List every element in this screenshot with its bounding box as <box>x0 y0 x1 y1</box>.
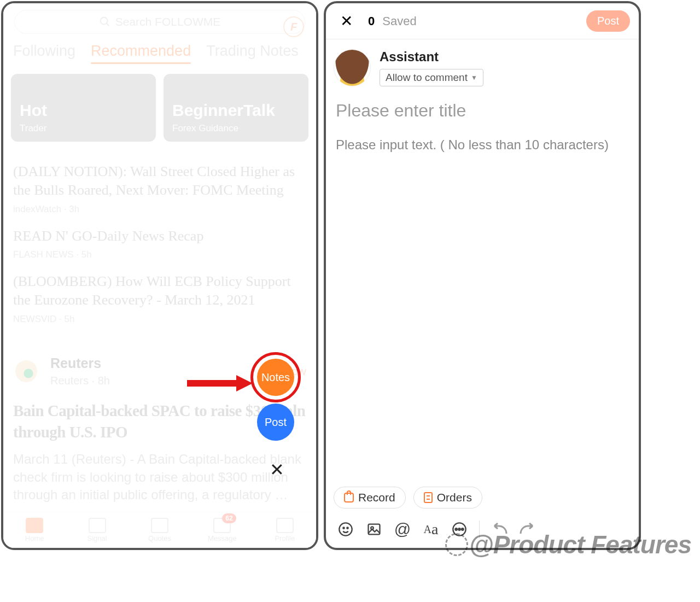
trophy-icon <box>344 493 354 502</box>
svg-point-6 <box>347 528 348 529</box>
orders-pill[interactable]: Orders <box>413 487 482 509</box>
card-beg-title: BeginnerTalk <box>172 101 300 120</box>
more-icon[interactable] <box>445 516 474 542</box>
tab-following[interactable]: Following <box>13 43 75 60</box>
body-input[interactable]: Please input text. ( No less than 10 cha… <box>336 137 629 153</box>
coin-icon[interactable]: F <box>283 16 304 37</box>
annotation-circle <box>250 352 301 402</box>
feed-item-meta: FLASH NEWS · 5h <box>13 249 306 260</box>
card-beg-sub: Forex Guidance <box>172 123 300 134</box>
tab-trading-notes[interactable]: Trading Notes <box>206 43 299 60</box>
nav-home[interactable]: Home <box>3 512 66 548</box>
nav-signal[interactable]: Signal <box>66 512 128 548</box>
nav-profile[interactable]: Profile <box>254 512 316 548</box>
feed-item-title[interactable]: (BLOOMBERG) How Will ECB Policy Support … <box>13 272 306 309</box>
feed-tabs: Following Recommended Trading Notes <box>3 39 316 60</box>
quotes-icon <box>151 518 168 533</box>
close-icon[interactable]: ✕ <box>335 9 358 33</box>
font-icon[interactable]: Aa <box>417 516 445 542</box>
profile-icon <box>276 518 294 533</box>
card-hot-title: Hot <box>20 101 147 120</box>
svg-point-10 <box>455 528 457 530</box>
tab-recommended[interactable]: Recommended <box>91 43 191 60</box>
svg-point-11 <box>458 528 460 530</box>
comment-permission-select[interactable]: Allow to comment ▼ <box>380 69 483 86</box>
divider <box>479 521 480 538</box>
article-body: March 11 (Reuters) - A Bain Capital-back… <box>13 451 306 504</box>
message-badge: 62 <box>222 513 236 523</box>
chevron-down-icon: ▼ <box>471 74 477 81</box>
card-beginnertalk[interactable]: BeginnerTalk Forex Guidance <box>164 74 308 142</box>
feed-item-meta: indexWatch · 3h <box>13 204 306 215</box>
orders-icon <box>424 492 433 503</box>
svg-point-0 <box>100 17 107 25</box>
annotation-arrow <box>187 375 253 391</box>
svg-marker-3 <box>236 375 253 391</box>
avatar <box>334 49 371 86</box>
left-phone-frame: Search FOLLOWME F Following Recommended … <box>1 1 318 550</box>
author-name: Assistant <box>380 49 483 65</box>
fab-post[interactable]: Post <box>257 404 294 441</box>
home-icon <box>26 518 43 533</box>
attachment-pills: Record Orders <box>334 487 482 509</box>
title-input[interactable]: Please enter title <box>336 101 629 121</box>
comment-permission-label: Allow to comment <box>386 72 468 84</box>
mention-icon[interactable]: @ <box>388 516 417 542</box>
nav-message[interactable]: Message 62 <box>191 512 253 548</box>
svg-point-4 <box>339 523 352 535</box>
saved-label: Saved <box>382 14 416 28</box>
nav-quotes[interactable]: Quotes <box>129 512 191 548</box>
card-hot[interactable]: Hot Trader <box>11 74 156 142</box>
image-icon[interactable] <box>360 516 388 542</box>
card-hot-sub: Trader <box>20 123 147 134</box>
fab-close-icon[interactable]: ✕ <box>270 459 284 480</box>
author-meta: Reuters · 8h <box>50 375 110 387</box>
emoji-icon[interactable] <box>331 516 360 542</box>
avatar <box>13 358 39 384</box>
svg-line-1 <box>106 24 109 26</box>
record-pill[interactable]: Record <box>334 487 406 509</box>
undo-icon[interactable] <box>485 516 514 542</box>
author-name[interactable]: Reuters <box>50 355 110 371</box>
bottom-nav: Home Signal Quotes Message 62 <box>3 512 316 548</box>
svg-rect-7 <box>369 524 380 535</box>
svg-point-5 <box>343 528 344 529</box>
compose-author: Assistant Allow to comment ▼ <box>326 39 639 89</box>
search-placeholder: Search FOLLOWME <box>115 15 221 28</box>
compose-toolbar: @ Aa <box>326 514 639 545</box>
post-button[interactable]: Post <box>586 10 630 32</box>
search-icon <box>99 16 111 28</box>
char-count: 0 <box>368 14 375 28</box>
svg-point-12 <box>462 528 464 530</box>
right-phone-frame: ✕ 0 Saved Post Assistant Allow to commen… <box>324 1 641 550</box>
feed-item-meta: NEWSVID · 5h <box>13 314 306 325</box>
redo-icon[interactable] <box>514 516 542 542</box>
compose-topbar: ✕ 0 Saved Post <box>326 3 639 39</box>
feed-item-title[interactable]: (DAILY NOTION): Wall Street Closed Highe… <box>13 162 306 200</box>
search-input[interactable]: Search FOLLOWME <box>14 10 305 34</box>
signal-icon <box>89 518 106 533</box>
feed-item-title[interactable]: READ N' GO-Daily News Recap <box>13 227 306 246</box>
